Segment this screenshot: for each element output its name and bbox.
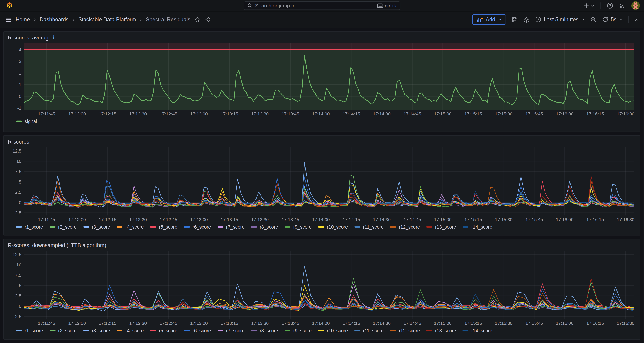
breadcrumb-item-stackable-data-platform[interactable]: Stackable Data Platform [78,17,136,23]
svg-text:17:14:00: 17:14:00 [312,321,330,326]
refresh-picker[interactable]: 5s [602,17,623,23]
news-icon[interactable] [619,2,626,9]
legend-label: r11_score [363,328,384,333]
legend-item-r9_score[interactable]: r9_score [284,224,312,229]
legend-swatch [251,330,257,331]
legend-item-r3_score[interactable]: r3_score [83,328,110,333]
panel-title[interactable]: R-scores: averaged [4,32,640,42]
legend-swatch [83,226,89,227]
menu-toggle-button[interactable] [5,16,12,23]
svg-text:-1: -1 [17,105,21,111]
svg-text:5: 5 [19,283,22,288]
legend-item-r6_score[interactable]: r6_score [184,224,211,229]
svg-text:3: 3 [19,59,22,64]
legend-swatch [16,330,22,331]
svg-text:7.5: 7.5 [15,273,21,278]
panel-title[interactable]: R-scores [4,136,640,145]
legend-item-r11_score[interactable]: r11_score [354,224,384,229]
breadcrumb-item-home[interactable]: Home [16,17,30,23]
legend-item-r8_score[interactable]: r8_score [251,328,278,333]
toolbar-divider [628,16,629,23]
legend-item-r9_score[interactable]: r9_score [284,328,312,333]
panel-title[interactable]: R-scores: downsampled (LTTB algorithm) [4,239,640,249]
zoom-out-button[interactable] [590,16,597,23]
svg-text:10: 10 [16,159,21,164]
add-button-label: Add [486,17,495,23]
collapse-toolbar-button[interactable] [634,17,639,22]
time-series-chart[interactable]: 12.5107.552.50-2.517:11:4517:12:0017:12:… [7,145,637,223]
legend-item-r4_score[interactable]: r4_score [117,328,144,333]
svg-text:1: 1 [19,82,22,87]
legend-item-r13_score[interactable]: r13_score [426,224,456,229]
favorite-star-icon[interactable] [194,17,201,23]
legend-item-r7_score[interactable]: r7_score [218,328,244,333]
svg-text:17:12:00: 17:12:00 [68,217,86,222]
add-button[interactable]: Add [472,14,506,25]
legend-swatch [117,330,122,331]
legend-item-r14_score[interactable]: r14_score [463,224,492,229]
legend-swatch [50,330,55,331]
legend-label: r1_score [24,224,43,229]
svg-text:17:13:15: 17:13:15 [221,321,238,326]
legend-item-r6_score[interactable]: r6_score [184,328,211,333]
panel-rscores: R-scores 12.5107.552.50-2.517:11:4517:12… [3,135,640,236]
legend-item-r5_score[interactable]: r5_score [150,224,177,229]
user-avatar[interactable] [631,1,640,10]
svg-text:17:12:15: 17:12:15 [99,321,116,326]
breadcrumb-item-spectral-residuals[interactable]: Spectral Residuals [146,17,190,23]
save-dashboard-button[interactable] [511,16,518,23]
legend-item-r7_score[interactable]: r7_score [218,224,244,229]
legend-swatch [83,330,89,331]
legend-label: r1_score [24,328,43,333]
share-icon[interactable] [205,17,211,23]
chevron-down-icon [619,18,623,22]
time-range-label: Last 5 minutes [544,17,578,23]
chart-legend: r1_scorer2_scorer3_scorer4_scorer5_score… [4,223,640,231]
legend-item-signal[interactable]: signal [16,119,37,124]
svg-text:17:16:30: 17:16:30 [617,111,634,117]
new-item-button[interactable] [584,3,595,8]
legend-item-r10_score[interactable]: r10_score [318,328,348,333]
svg-text:5: 5 [19,179,22,184]
svg-text:17:15:45: 17:15:45 [525,111,543,117]
time-series-chart[interactable]: 12.5107.552.50-2.517:11:4517:12:0017:12:… [7,249,637,327]
svg-text:17:16:15: 17:16:15 [586,111,604,117]
time-series-chart[interactable]: 43210-117:11:4517:12:0017:12:1517:12:301… [7,42,637,118]
legend-item-r2_score[interactable]: r2_score [50,224,77,229]
legend-item-r12_score[interactable]: r12_score [390,328,420,333]
legend-item-r13_score[interactable]: r13_score [426,328,456,333]
svg-text:17:13:00: 17:13:00 [190,321,208,326]
svg-text:17:12:45: 17:12:45 [160,217,177,222]
legend-item-r2_score[interactable]: r2_score [50,328,77,333]
svg-text:12.5: 12.5 [13,252,22,257]
legend-item-r11_score[interactable]: r11_score [354,328,384,333]
legend-label: r13_score [435,224,456,229]
svg-text:17:15:15: 17:15:15 [464,321,482,326]
legend-label: r3_score [92,224,110,229]
legend-swatch [354,330,360,331]
legend-swatch [150,330,156,331]
grafana-logo-icon[interactable] [6,2,14,9]
time-range-picker[interactable]: Last 5 minutes [535,17,585,23]
help-icon[interactable] [607,2,613,9]
svg-text:17:15:30: 17:15:30 [495,321,512,326]
legend-item-r8_score[interactable]: r8_score [251,224,278,229]
legend-item-r3_score[interactable]: r3_score [83,224,110,229]
svg-text:17:12:30: 17:12:30 [129,111,147,117]
legend-item-r10_score[interactable]: r10_score [318,224,348,229]
breadcrumb-item-dashboards[interactable]: Dashboards [40,17,68,23]
legend-item-r5_score[interactable]: r5_score [150,328,177,333]
dashboard-settings-button[interactable] [523,16,530,23]
legend-swatch [117,226,122,227]
svg-text:17:14:30: 17:14:30 [373,217,390,222]
legend-item-r1_score[interactable]: r1_score [16,328,43,333]
legend-item-r4_score[interactable]: r4_score [117,224,144,229]
svg-text:17:11:45: 17:11:45 [38,111,55,117]
top-nav-bar: Search or jump to... ctrl+k [0,0,644,12]
legend-item-r12_score[interactable]: r12_score [390,224,420,229]
legend-item-r14_score[interactable]: r14_score [463,328,492,333]
legend-item-r1_score[interactable]: r1_score [16,224,43,229]
legend-label: r14_score [471,328,492,333]
search-input[interactable]: Search or jump to... ctrl+k [244,1,400,10]
refresh-icon [602,17,608,23]
